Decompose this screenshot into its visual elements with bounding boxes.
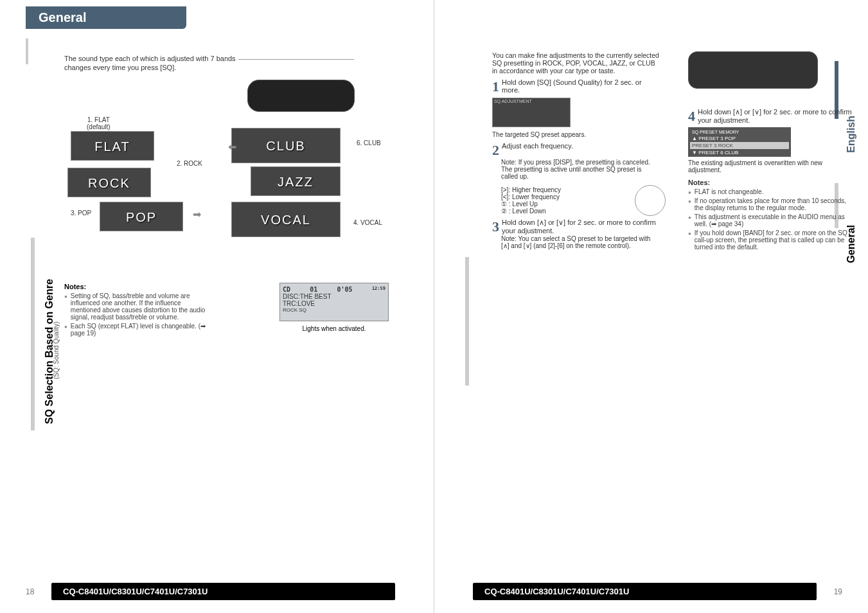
tile-club: CLUB: [231, 128, 341, 163]
step-text: Adjust each frequency.: [502, 142, 573, 150]
tile-caption-rock: 2. ROCK: [177, 160, 202, 167]
display-cd: CD: [283, 286, 290, 293]
tile-label: CLUB: [233, 130, 339, 162]
notes-heading: Notes:: [688, 179, 855, 186]
note-item: If you hold down [BAND] for 2 sec. or mo…: [688, 229, 855, 251]
head-unit-illustration: [688, 51, 818, 89]
model-number: CQ-C8401U/C8301U/C7401U/C7301U: [51, 583, 395, 600]
knob-icon: [635, 185, 666, 216]
step-text: Hold down [∧] or [∨] for 2 sec. or more …: [502, 218, 659, 235]
display-time: 0'05: [337, 286, 353, 293]
note-item: FLAT is not changeable.: [688, 188, 855, 195]
preset-row-selected: PRESET 3 ROCK: [690, 142, 789, 149]
step-text: Hold down [SQ] (Sound Quality) for 2 sec…: [502, 78, 659, 94]
caption: 1. FLAT: [87, 116, 110, 123]
tile-jazz: JAZZ: [251, 166, 341, 196]
decor-bar: [31, 238, 35, 431]
model-number: CQ-C8401U/C8301U/C7401U/C7301U: [473, 583, 817, 600]
step-4: 4 Hold down [∧] or [∨] for 2 sec. or mor…: [688, 108, 855, 125]
display-screen: CD 01 0'05 12:59 DISC:THE BEST TRC:LOVE …: [279, 283, 389, 321]
head-unit-illustration: [247, 80, 355, 112]
note-item: If no operation takes place for more tha…: [688, 197, 855, 211]
caption: (default): [87, 123, 111, 130]
tile-rock: ROCK: [67, 168, 151, 197]
step-number: 2: [492, 142, 499, 159]
arrow-right-label: [>]: Higher frequency: [501, 186, 659, 193]
step-number: 4: [688, 108, 695, 125]
display-panel: CD 01 0'05 12:59 DISC:THE BEST TRC:LOVE …: [279, 283, 389, 332]
section-header: General: [26, 6, 186, 29]
tile-label: POP: [102, 204, 181, 231]
step-text: Hold down [∧] or [∨] for 2 sec. or more …: [698, 108, 855, 124]
notes-heading: Notes:: [64, 283, 212, 290]
tile-caption-pop: 3. POP: [71, 209, 91, 217]
tile-flat: FLAT: [71, 131, 154, 161]
note-item: Setting of SQ, bass/treble and volume ar…: [64, 292, 212, 321]
intro-text: You can make fine adjustments to the cur…: [492, 51, 659, 75]
tile-vocal: VOCAL: [231, 202, 341, 237]
page-number: 19: [829, 587, 842, 596]
tile-label: FLAT: [73, 133, 152, 160]
tile-pop: POP: [100, 202, 183, 231]
step-number: 3: [492, 218, 499, 235]
step-after: The existing adjustment is overwritten w…: [688, 159, 855, 173]
step-after: The targeted SQ preset appears.: [492, 131, 659, 138]
tile-label: JAZZ: [252, 168, 339, 195]
display-clock: 12:59: [372, 286, 385, 293]
arrow-right-icon: ➡: [193, 208, 201, 220]
step-1: 1 Hold down [SQ] (Sound Quality) for 2 s…: [492, 78, 659, 95]
tile-caption-vocal: 4. VOCAL: [353, 219, 382, 226]
decor-bar: [26, 39, 28, 64]
arrow-left-icon: ⬅: [228, 141, 236, 153]
preset-row: ▼ PRESET 6 CLUB: [690, 149, 789, 156]
screen-header: SQ PRESET MEMORY: [690, 129, 789, 135]
tile-caption-flat: 1. FLAT (default): [87, 116, 111, 130]
step-2: 2 Adjust each frequency.: [492, 142, 659, 159]
display-disc: DISC:THE BEST: [283, 293, 385, 300]
decor-bar: [465, 257, 469, 386]
display-sq: ROCK SQ: [283, 307, 385, 313]
note-item: This adjustment is executable in the AUD…: [688, 213, 855, 227]
step-note: Note: If you press [DISP], the presettin…: [492, 159, 659, 180]
intro-text: The sound type each of which is adjusted…: [64, 55, 395, 62]
intro-text: changes every time you press [SQ].: [64, 64, 395, 71]
sq-adjust-screen: SQ ADJUSTMENT: [492, 98, 571, 127]
preset-memory-screen: SQ PRESET MEMORY ▲ PRESET 3 POP PRESET 3…: [688, 127, 791, 157]
display-trk: 01: [310, 286, 317, 293]
sq-cycle-diagram: 1. FLAT (default) FLAT 2. ROCK ROCK 3. P…: [64, 76, 395, 221]
side-subtitle: (SQ: Sound Quality): [53, 322, 60, 379]
lights-caption: Lights when activated.: [279, 325, 389, 332]
level-down-label: ② : Level Down: [501, 208, 659, 215]
tile-label: VOCAL: [233, 204, 339, 236]
tile-label: ROCK: [69, 170, 149, 197]
note-item: Each SQ (except FLAT) level is changeabl…: [64, 323, 212, 337]
step-number: 1: [492, 78, 499, 95]
page-number: 18: [26, 587, 39, 596]
step-note: Note: You can select a SQ preset to be t…: [492, 235, 659, 249]
display-trc: TRC:LOVE: [283, 300, 385, 307]
tile-caption-club: 6. CLUB: [357, 139, 381, 147]
step-3: 3 Hold down [∧] or [∨] for 2 sec. or mor…: [492, 218, 659, 235]
preset-row: ▲ PRESET 3 POP: [690, 135, 789, 142]
